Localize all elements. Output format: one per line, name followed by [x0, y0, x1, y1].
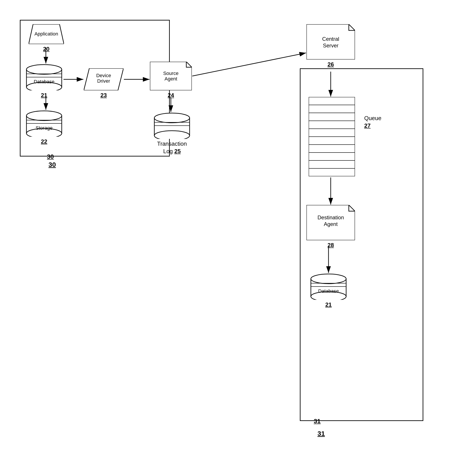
database-left-component: Database 21: [25, 64, 63, 99]
sa-to-cs-arrow: [192, 53, 306, 76]
box-31-label: 31: [314, 418, 321, 425]
database-right-label: 21: [325, 301, 332, 309]
queue-label: Queue 27: [364, 115, 382, 130]
svg-text:Device: Device: [96, 73, 111, 78]
database-left-label: 21: [41, 92, 47, 99]
svg-point-42: [311, 274, 346, 284]
svg-marker-25: [306, 24, 355, 59]
central-server-component: Central Server 26: [306, 24, 355, 68]
central-server-label: 26: [328, 61, 334, 68]
svg-text:Source: Source: [163, 71, 178, 76]
svg-text:Storage: Storage: [35, 125, 52, 131]
svg-text:Destination: Destination: [317, 214, 344, 220]
svg-point-21: [154, 113, 190, 123]
storage-component: Storage 22: [25, 110, 63, 145]
svg-point-22: [154, 131, 190, 139]
device-driver-shape: Device Driver: [84, 68, 123, 90]
source-agent-component: Source Agent 24: [150, 62, 192, 99]
destination-agent-component: Destination Agent 28: [306, 205, 355, 249]
source-agent-shape: Source Agent: [150, 62, 192, 90]
storage-label: 22: [41, 138, 47, 145]
svg-text:Agent: Agent: [324, 221, 338, 227]
application-label: 20: [43, 45, 50, 53]
svg-text:Server: Server: [323, 42, 339, 49]
transaction-log-label: Transaction Log 25: [157, 140, 187, 155]
destination-agent-shape: Destination Agent: [306, 205, 355, 240]
database-right-shape: Database: [310, 273, 347, 300]
device-driver-component: Device Driver 23: [84, 68, 123, 99]
queue-component: Queue 27: [309, 97, 355, 176]
transaction-log-component: Transaction Log 25: [153, 112, 191, 155]
box-30-bottom-label: 30: [49, 161, 56, 168]
database-right-component: Database 21: [310, 273, 347, 309]
destination-agent-label: 28: [328, 242, 334, 249]
svg-point-9: [26, 111, 62, 121]
svg-text:Agent: Agent: [164, 76, 177, 82]
svg-text:Central: Central: [322, 36, 339, 42]
box-30-label: 30: [47, 153, 54, 160]
storage-shape: Storage: [25, 110, 63, 137]
queue-shape: [309, 97, 355, 176]
device-driver-label: 23: [101, 92, 107, 99]
application-component: Application 20: [29, 24, 64, 53]
diagram: 30 31 Application 20 Database 21: [13, 13, 463, 447]
central-server-shape: Central Server: [306, 24, 355, 59]
application-shape: Application: [29, 24, 64, 44]
svg-text:Database: Database: [318, 288, 339, 294]
svg-text:Driver: Driver: [97, 78, 110, 84]
svg-point-3: [26, 65, 62, 74]
svg-text:Application: Application: [34, 31, 58, 37]
svg-text:Database: Database: [34, 79, 54, 84]
source-agent-label: 24: [168, 92, 174, 99]
box-31-bottom-label: 31: [317, 430, 325, 437]
transaction-log-shape: [153, 112, 191, 139]
database-left-shape: Database: [25, 64, 63, 90]
